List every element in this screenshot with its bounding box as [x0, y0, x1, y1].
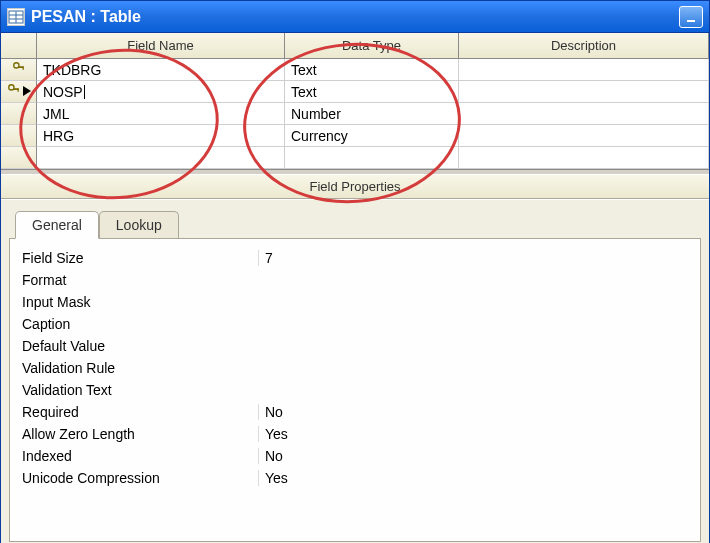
property-value[interactable]: Yes: [258, 426, 690, 442]
property-label: Allow Zero Length: [20, 426, 258, 442]
svg-rect-7: [22, 66, 23, 70]
row-selector[interactable]: [1, 147, 37, 169]
svg-rect-10: [17, 88, 18, 92]
description-cell[interactable]: [459, 103, 709, 125]
data-type-cell[interactable]: Text: [285, 81, 459, 103]
property-label: Validation Text: [20, 382, 258, 398]
current-row-indicator-icon: [23, 84, 31, 99]
property-value[interactable]: No: [258, 448, 690, 464]
property-row: Validation Text: [20, 379, 690, 401]
window-title: PESAN : Table: [31, 8, 675, 26]
property-value[interactable]: No: [258, 404, 690, 420]
data-type-cell[interactable]: Currency: [285, 125, 459, 147]
tab-general[interactable]: General: [15, 211, 99, 239]
description-cell[interactable]: [459, 147, 709, 169]
column-header-datatype[interactable]: Data Type: [285, 33, 459, 59]
design-row: HRG Currency: [1, 125, 709, 147]
design-row-empty: [1, 147, 709, 169]
property-row: Default Value: [20, 335, 690, 357]
property-row: Caption: [20, 313, 690, 335]
table-design-window: PESAN : Table Field Name Data Type Descr…: [0, 0, 710, 543]
field-properties-header: Field Properties: [1, 175, 709, 199]
design-rows: TKDBRG Text NOSP Text: [1, 59, 709, 169]
field-properties-pane: General Lookup Field Size 7 Format Input…: [1, 199, 709, 543]
property-value[interactable]: 7: [258, 250, 690, 266]
description-cell[interactable]: [459, 81, 709, 103]
minimize-button[interactable]: [679, 6, 703, 28]
row-selector-header[interactable]: [1, 33, 37, 59]
table-icon: [7, 8, 25, 26]
property-value[interactable]: Yes: [258, 470, 690, 486]
description-cell[interactable]: [459, 59, 709, 81]
property-label: Default Value: [20, 338, 258, 354]
row-selector[interactable]: [1, 81, 37, 103]
row-selector[interactable]: [1, 125, 37, 147]
property-row: Field Size 7: [20, 247, 690, 269]
row-selector[interactable]: [1, 59, 37, 81]
design-grid: Field Name Data Type Description TKDBRG …: [1, 33, 709, 169]
field-name-cell[interactable]: HRG: [37, 125, 285, 147]
data-type-cell[interactable]: Number: [285, 103, 459, 125]
property-label: Unicode Compression: [20, 470, 258, 486]
primary-key-icon: [7, 83, 21, 100]
column-header-description[interactable]: Description: [459, 33, 709, 59]
property-label: Input Mask: [20, 294, 258, 310]
property-label: Required: [20, 404, 258, 420]
property-row: Required No: [20, 401, 690, 423]
svg-rect-4: [687, 20, 695, 22]
field-name-cell[interactable]: TKDBRG: [37, 59, 285, 81]
description-cell[interactable]: [459, 125, 709, 147]
design-row: NOSP Text: [1, 81, 709, 103]
tab-lookup[interactable]: Lookup: [99, 211, 179, 239]
property-label: Validation Rule: [20, 360, 258, 376]
property-row: Unicode Compression Yes: [20, 467, 690, 489]
data-type-cell[interactable]: [285, 147, 459, 169]
titlebar: PESAN : Table: [1, 1, 709, 33]
property-label: Caption: [20, 316, 258, 332]
data-type-cell[interactable]: Text: [285, 59, 459, 81]
property-label: Format: [20, 272, 258, 288]
property-row: Format: [20, 269, 690, 291]
column-headers: Field Name Data Type Description: [1, 33, 709, 59]
property-row: Input Mask: [20, 291, 690, 313]
property-row: Validation Rule: [20, 357, 690, 379]
design-row: JML Number: [1, 103, 709, 125]
field-name-cell[interactable]: [37, 147, 285, 169]
design-row: TKDBRG Text: [1, 59, 709, 81]
properties-tabs: General Lookup: [15, 210, 701, 238]
property-row: Indexed No: [20, 445, 690, 467]
field-name-cell[interactable]: NOSP: [37, 81, 285, 103]
row-selector[interactable]: [1, 103, 37, 125]
property-label: Indexed: [20, 448, 258, 464]
field-name-cell[interactable]: JML: [37, 103, 285, 125]
primary-key-icon: [12, 61, 26, 78]
property-row: Allow Zero Length Yes: [20, 423, 690, 445]
svg-marker-11: [23, 86, 31, 96]
property-label: Field Size: [20, 250, 258, 266]
properties-panel: Field Size 7 Format Input Mask Caption D…: [9, 238, 701, 542]
column-header-fieldname[interactable]: Field Name: [37, 33, 285, 59]
